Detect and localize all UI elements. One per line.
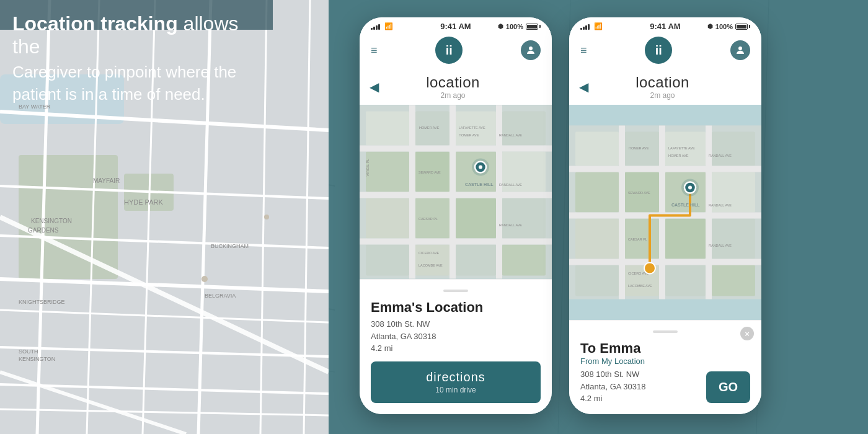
go-button[interactable]: GO [706,371,750,403]
svg-rect-93 [665,219,706,259]
svg-text:RANDALL AVE: RANDALL AVE [709,244,732,247]
phone1-battery-pct: 100% [506,23,523,30]
directions-button[interactable]: directions 10 min drive [371,361,541,403]
phone2-address-line2: Atlanta, GA 30318 [580,382,646,391]
phone1-app-logo: ii [435,37,463,64]
svg-text:LACOMBE AVE: LACOMBE AVE [418,264,443,267]
bar3 [585,25,587,30]
phone2-app-logo: ii [645,37,672,64]
left-map-panel: BAY WATER MAYFAIR KENSINGTON GARDENS HYD… [0,0,329,434]
svg-point-79 [479,166,482,169]
svg-text:CAESAR PL: CAESAR PL [628,237,647,241]
svg-text:RANDALL AVE: RANDALL AVE [499,133,522,137]
phone1-address-line2: Atlanta, GA 30318 [371,332,436,341]
svg-text:SEWARD AVE: SEWARD AVE [628,191,650,195]
svg-text:SOUTH: SOUTH [19,348,38,355]
svg-point-119 [688,186,692,190]
svg-text:LACOMBE AVE: LACOMBE AVE [628,284,652,288]
svg-rect-46 [502,112,546,146]
phone1-status-right: ⬢ 100% [498,23,541,30]
phone1-time: 9:41 AM [440,22,471,31]
bluetooth-icon: ⬢ [498,23,503,30]
svg-text:HOMER AVE: HOMER AVE [459,133,479,137]
phone1-menu-icon[interactable]: ≡ [371,44,378,57]
phone1-map: VIRGIL PL SEWARD AVE CAESAR PL CICERO AV… [360,105,552,279]
phone1-status-bar: 📶 9:41 AM ⬢ 100% [360,17,552,33]
phones-container: 📶 9:41 AM ⬢ 100% ≡ ii [360,17,761,414]
phone2-map: SEWARD AVE CAESAR PL CICERO AVE LACOMBE … [569,105,761,320]
bar3 [376,25,378,30]
svg-rect-55 [366,245,409,276]
svg-text:RANDALL AVE: RANDALL AVE [499,183,522,187]
phone2-battery-icon [735,24,750,30]
svg-text:HOMER AVE: HOMER AVE [629,146,649,150]
phone2-address-block: 308 10th St. NW Atlanta, GA 30318 4.2 mi [580,368,646,403]
svg-rect-9 [19,155,118,279]
go-row: 308 10th St. NW Atlanta, GA 30318 4.2 mi… [580,368,750,403]
svg-text:RANDALL AVE: RANDALL AVE [499,223,522,227]
signal-bars-icon [371,24,380,30]
svg-rect-95 [575,265,619,296]
from-label: From [580,356,599,366]
bar2 [583,27,585,30]
phone2-status-right: ⬢ 100% [707,23,750,30]
phone1-address: 308 10th St. NW Atlanta, GA 30318 [371,318,541,342]
svg-text:VIRGIL PL: VIRGIL PL [366,158,370,176]
go-btn-label: GO [719,380,738,394]
svg-text:KENSINGTON: KENSINGTON [31,218,72,224]
svg-text:CASTLE HILL: CASTLE HILL [465,182,494,187]
phone2-distance: 4.2 mi [580,394,646,403]
svg-rect-62 [409,105,415,279]
svg-rect-97 [665,265,706,296]
svg-text:RANDALL AVE: RANDALL AVE [709,203,732,207]
phone1-panel-handle [443,290,468,292]
phone1-back-button[interactable]: ◀ [370,79,379,94]
phone1-location-title: location [384,74,522,91]
from-location: My Location [601,356,645,366]
phone2-bluetooth-icon: ⬢ [707,23,713,30]
phone1-address-line1: 308 10th St. NW [371,319,430,329]
phone1-location-title-block: location 2m ago [384,74,522,100]
svg-text:LAFAYETTE AVE: LAFAYETTE AVE [668,146,695,150]
close-button[interactable]: × [740,327,754,340]
phone-1: 📶 9:41 AM ⬢ 100% ≡ ii [360,17,552,414]
phone2-profile-icon[interactable] [730,40,750,60]
svg-point-80 [738,46,742,50]
phone1-location-name: Emma's Location [371,299,541,316]
phone2-back-button[interactable]: ◀ [579,79,588,94]
phone2-from-line: From My Location [580,356,750,366]
svg-rect-103 [659,126,665,299]
bar4 [588,24,590,30]
svg-rect-98 [712,265,755,296]
phone1-profile-icon[interactable] [521,40,541,60]
svg-text:LAFAYETTE AVE: LAFAYETTE AVE [459,126,485,130]
directions-btn-sub: 10 min drive [379,386,532,394]
svg-text:HYDE PARK: HYDE PARK [124,198,163,206]
svg-rect-86 [712,132,755,166]
svg-text:CAESAR PL: CAESAR PL [418,217,438,221]
phone2-signal-bars-icon [580,24,590,30]
bar1 [580,28,582,30]
phone1-location-header: ◀ location 2m ago [360,69,552,105]
close-icon: × [745,329,750,339]
svg-text:BELGRAVIA: BELGRAVIA [205,293,236,299]
phone2-address: 308 10th St. NW Atlanta, GA 30318 [580,368,646,392]
svg-rect-43 [366,112,409,146]
phone-2: 📶 9:41 AM ⬢ 100% ≡ ii [569,17,761,414]
phone2-to-emma-header: To Emma From My Location [580,340,750,366]
directions-btn-label: directions [379,370,532,384]
svg-text:CASTLE HILL: CASTLE HILL [671,203,700,207]
phone2-menu-icon[interactable]: ≡ [580,44,587,57]
phone1-status-left: 📶 [371,22,393,30]
svg-rect-94 [712,219,755,259]
svg-point-38 [202,276,208,282]
intro-text-overlay: Location tracking allows the Caregiver t… [0,0,273,30]
phone2-location-title-block: location 2m ago [593,74,732,100]
svg-text:GARDENS: GARDENS [28,227,59,234]
phone2-location-subtitle: 2m ago [593,91,732,100]
phone2-panel-handle [653,330,678,333]
svg-text:RANDALL AVE: RANDALL AVE [709,154,732,157]
wifi-icon: 📶 [384,22,393,30]
svg-rect-102 [619,126,625,299]
svg-text:CICERO AVE: CICERO AVE [418,251,440,255]
